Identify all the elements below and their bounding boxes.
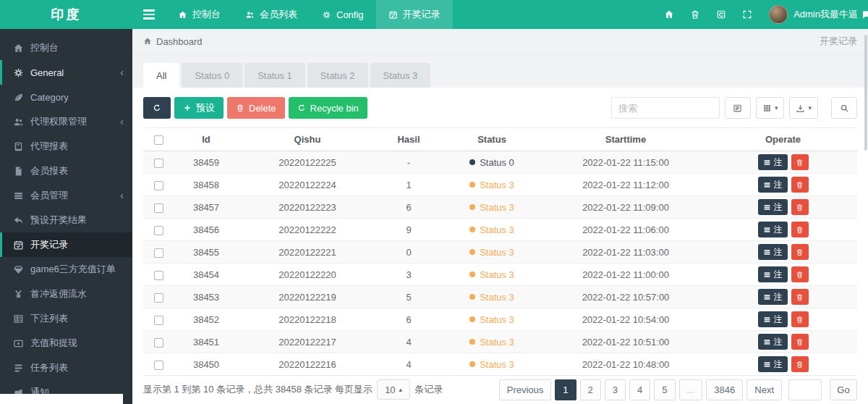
row-checkbox[interactable]	[154, 316, 163, 325]
note-button[interactable]: 注	[758, 311, 788, 327]
diamond-icon	[13, 264, 24, 275]
home-icon-button[interactable]	[656, 0, 682, 29]
user-menu[interactable]: Admin我最牛逼	[769, 5, 858, 24]
topnav-item-3[interactable]: 开奖记录	[376, 0, 453, 29]
row-delete-button[interactable]	[791, 177, 809, 193]
row-checkbox[interactable]	[154, 181, 163, 190]
row-checkbox[interactable]	[154, 293, 163, 303]
user-name: Admin我最牛逼	[793, 8, 858, 21]
page-button-5[interactable]: 5	[654, 379, 675, 400]
sidebar-item-10[interactable]: 首冲返佣流水	[0, 282, 132, 306]
sidebar-item-11[interactable]: 下注列表	[0, 306, 132, 331]
breadcrumb-dashboard-link[interactable]: Dashboard	[143, 36, 203, 47]
note-button[interactable]: 注	[758, 356, 788, 372]
tab-status-2[interactable]: Status 2	[307, 63, 368, 88]
menu-toggle-icon[interactable]	[132, 0, 166, 29]
row-checkbox[interactable]	[154, 361, 163, 370]
row-checkbox[interactable]	[154, 248, 163, 258]
calendar-icon	[388, 10, 398, 20]
row-checkbox[interactable]	[154, 203, 163, 213]
table-footer: 显示第 1 到第 10 条记录，总共 38458 条记录 每页显示 10 ▴ 条…	[132, 376, 868, 403]
row-delete-button[interactable]	[791, 154, 809, 170]
row-delete-button[interactable]	[791, 266, 809, 282]
page-button-3[interactable]: 3	[605, 379, 626, 400]
page-button-3846[interactable]: 3846	[706, 379, 743, 400]
sidebar-item-0[interactable]: 控制台	[0, 35, 132, 60]
row-delete-button[interactable]	[791, 311, 809, 327]
export-tool-button[interactable]: ▾	[789, 97, 818, 119]
search-tool-button[interactable]	[831, 97, 857, 119]
delete-button[interactable]: Delete	[227, 97, 285, 119]
row-delete-button[interactable]	[791, 199, 809, 215]
row-checkbox[interactable]	[154, 338, 163, 348]
table-row: 38455202201222210Status 32022-01-22 11:0…	[143, 241, 857, 264]
note-button[interactable]: 注	[758, 177, 788, 193]
scrollbar-track[interactable]	[864, 35, 867, 400]
cell-hasil: 4	[376, 331, 441, 353]
search-input[interactable]	[611, 97, 720, 119]
select-all-checkbox[interactable]	[154, 135, 163, 145]
sidebar-item-12[interactable]: 充值和提现	[0, 331, 132, 355]
recycle-bin-button[interactable]: Recycle bin	[289, 97, 367, 119]
note-button[interactable]: 注	[758, 334, 788, 350]
page-button-4[interactable]: 4	[629, 379, 650, 400]
note-button[interactable]: 注	[758, 222, 788, 237]
sidebar-item-7[interactable]: 预设开奖结果	[0, 208, 132, 232]
sidebar-item-5[interactable]: 会员报表	[0, 159, 132, 183]
note-button[interactable]: 注	[758, 244, 788, 260]
topnav-item-0[interactable]: 控制台	[166, 0, 233, 29]
status-dot-icon	[469, 361, 475, 367]
note-button[interactable]: 注	[758, 199, 788, 215]
sidebar-item-6[interactable]: 会员管理‹	[0, 183, 132, 208]
cell-id: 38459	[174, 151, 239, 174]
sidebar-item-label: 代理权限管理	[30, 115, 87, 128]
tab-status-1[interactable]: Status 1	[244, 63, 305, 88]
sidebar-item-9[interactable]: game6三方充值订单	[0, 257, 132, 282]
status-dot-icon	[469, 204, 475, 210]
topnav-item-2[interactable]: Config	[310, 0, 376, 29]
cell-id: 38455	[174, 241, 239, 264]
sidebar-item-2[interactable]: Category	[0, 85, 132, 109]
row-delete-button[interactable]	[791, 356, 809, 372]
topnav-item-1[interactable]: 会员列表	[233, 0, 310, 29]
scrollbar-thumb[interactable]	[864, 35, 867, 151]
toggle-tool-button[interactable]	[725, 97, 751, 119]
row-delete-button[interactable]	[791, 289, 809, 305]
page-size-select[interactable]: 10 ▴	[377, 379, 410, 400]
sidebar-item-3[interactable]: 代理权限管理‹	[0, 109, 132, 134]
brand-title: 印度	[51, 6, 82, 23]
sidebar-item-8[interactable]: 开奖记录	[0, 232, 132, 257]
tab-all[interactable]: All	[143, 63, 179, 88]
sidebar-item-1[interactable]: General‹	[0, 60, 132, 85]
note-button[interactable]: 注	[758, 266, 788, 282]
row-checkbox[interactable]	[154, 226, 163, 235]
next-page-button[interactable]: Next	[746, 379, 782, 400]
sidebar-item-label: 首冲返佣流水	[30, 287, 87, 300]
page-button-2[interactable]: 2	[580, 379, 601, 400]
row-delete-button[interactable]	[791, 334, 809, 350]
row-checkbox[interactable]	[154, 271, 163, 280]
tab-status-3[interactable]: Status 3	[370, 63, 431, 88]
refresh-button[interactable]	[143, 97, 171, 119]
clean-cache-icon-button[interactable]	[708, 0, 734, 29]
previous-page-button[interactable]: Previous	[499, 379, 552, 400]
table-row: 38451202201222174Status 32022-01-22 10:5…	[143, 331, 857, 353]
tab-status-0[interactable]: Status 0	[182, 63, 242, 88]
note-button[interactable]: 注	[758, 154, 788, 170]
preset-button[interactable]: 预设	[174, 97, 224, 119]
go-button[interactable]: Go	[830, 379, 857, 400]
row-delete-button[interactable]	[791, 244, 809, 260]
sidebar-item-13[interactable]: 任务列表	[0, 355, 132, 380]
trash-icon-button[interactable]	[682, 0, 708, 29]
row-delete-button[interactable]	[791, 222, 809, 237]
comment-icon[interactable]	[859, 9, 868, 20]
page-button-1[interactable]: 1	[555, 379, 576, 400]
page-jump-input[interactable]	[788, 379, 822, 400]
columns-tool-button[interactable]: ▾	[756, 97, 785, 119]
tasks-icon	[13, 363, 24, 374]
fullscreen-icon-button[interactable]	[734, 0, 760, 29]
brand-logo[interactable]: 印度	[0, 0, 132, 29]
sidebar-item-4[interactable]: 代理报表	[0, 134, 132, 159]
row-checkbox[interactable]	[154, 159, 163, 168]
note-button[interactable]: 注	[758, 289, 788, 305]
